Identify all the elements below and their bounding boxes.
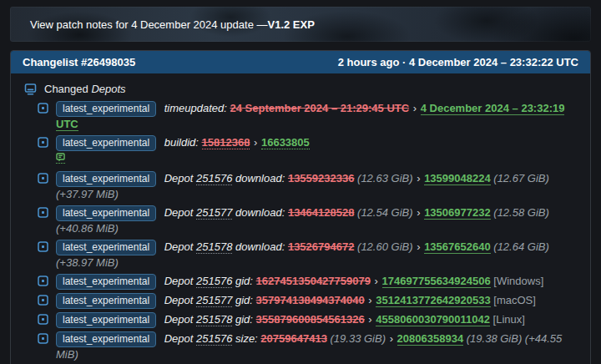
old-value: 355879600854561326 bbox=[256, 313, 365, 326]
banner-version: V1.2 EXP bbox=[268, 18, 315, 31]
old-value: 13526794672 bbox=[288, 240, 355, 253]
platform-tag: [Windows] bbox=[493, 275, 543, 287]
change-arrow: › bbox=[253, 136, 258, 149]
platform-tag: [Linux] bbox=[493, 313, 525, 326]
patch-notes-banner[interactable]: View patch notes for 4 December 2024 upd… bbox=[10, 7, 591, 42]
change-arrow: › bbox=[367, 313, 372, 326]
depot-bullet-icon bbox=[38, 276, 48, 286]
depot-change-row: latest_experimental Depot 251578 downloa… bbox=[38, 238, 578, 272]
depot-bullet-icon bbox=[38, 103, 48, 114]
new-value[interactable]: 20806358934 bbox=[397, 332, 464, 346]
changelist-timestamp: 2 hours ago · 4 December 2024 – 23:32:22… bbox=[338, 56, 578, 68]
depot-change-row: latest_experimental buildid: 15812368 › … bbox=[38, 134, 578, 169]
new-value[interactable]: 13599048224 bbox=[424, 172, 491, 185]
section-label: Changed Depots bbox=[44, 83, 126, 95]
depot-number-link[interactable]: 251577 bbox=[196, 294, 232, 307]
new-value[interactable]: 174697755634924506 bbox=[382, 275, 491, 288]
depot-bullet-icon bbox=[38, 137, 48, 148]
change-arrow: › bbox=[416, 172, 421, 185]
changelist-title: Changelist #26498035 bbox=[23, 56, 135, 68]
change-arrow: › bbox=[416, 206, 421, 219]
platform-tag: [macOS] bbox=[493, 294, 536, 306]
depot-bullet-icon bbox=[38, 314, 48, 325]
change-arrow: › bbox=[389, 332, 394, 345]
changed-rows: latest_experimental timeupdated: 24 Sept… bbox=[23, 99, 578, 364]
depot-change-row: latest_experimental Depot 251578 gid: 35… bbox=[38, 311, 578, 330]
old-size-note: (12.54 GiB) bbox=[357, 206, 412, 219]
old-value: 13559232336 bbox=[288, 172, 355, 185]
branch-badge[interactable]: latest_experimental bbox=[56, 312, 156, 328]
depot-number-link[interactable]: 251578 bbox=[196, 240, 232, 254]
change-arrow: › bbox=[367, 294, 372, 306]
depot-number-link[interactable]: 251576 bbox=[196, 275, 232, 288]
depot-number-link[interactable]: 251576 bbox=[196, 172, 232, 185]
depot-change-row: latest_experimental Depot 251576 downloa… bbox=[38, 169, 578, 204]
depot-number-link[interactable]: 251576 bbox=[196, 332, 232, 346]
old-value: 357974138494374040 bbox=[256, 294, 365, 306]
depot-change-row: latest_experimental Depot 251576 size: 2… bbox=[38, 330, 578, 364]
changelist-panel: Changelist #26498035 2 hours ago · 4 Dec… bbox=[10, 50, 591, 364]
changelist-header: Changelist #26498035 2 hours ago · 4 Dec… bbox=[11, 51, 590, 73]
new-value[interactable]: 4558060030790011042 bbox=[376, 313, 490, 326]
depot-bullet-icon bbox=[38, 333, 48, 344]
changed-depots-section: Changed Depots bbox=[23, 79, 578, 99]
depots-icon bbox=[24, 83, 37, 95]
branch-badge[interactable]: latest_experimental bbox=[56, 171, 156, 187]
depot-bullet-icon bbox=[38, 173, 48, 184]
patch-notes-link[interactable] bbox=[56, 153, 578, 168]
depot-bullet-icon bbox=[38, 207, 48, 218]
branch-badge[interactable]: latest_experimental bbox=[56, 274, 156, 290]
patch-notes-icon[interactable] bbox=[56, 153, 65, 164]
new-value[interactable]: 3512413772642920533 bbox=[376, 294, 490, 307]
depot-change-row: latest_experimental Depot 251577 gid: 35… bbox=[38, 291, 578, 311]
new-value[interactable]: 13506977232 bbox=[424, 206, 491, 220]
old-size-note: (19.33 GiB) bbox=[331, 332, 386, 345]
depot-change-row: latest_experimental Depot 251576 gid: 16… bbox=[38, 272, 578, 291]
old-size-note: (12.60 GiB) bbox=[357, 240, 412, 253]
branch-badge[interactable]: latest_experimental bbox=[56, 205, 156, 221]
depot-change-row: latest_experimental Depot 251577 downloa… bbox=[38, 204, 578, 238]
branch-badge[interactable]: latest_experimental bbox=[56, 293, 156, 309]
old-value: 13464128528 bbox=[288, 206, 355, 219]
new-value[interactable]: 13567652640 bbox=[424, 240, 491, 254]
depot-bullet-icon bbox=[38, 295, 48, 306]
branch-badge[interactable]: latest_experimental bbox=[56, 331, 156, 347]
depot-bullet-icon bbox=[38, 241, 48, 252]
banner-text: View patch notes for 4 December 2024 upd… bbox=[30, 18, 268, 31]
depot-number-link[interactable]: 251577 bbox=[196, 206, 232, 220]
branch-badge[interactable]: latest_experimental bbox=[56, 240, 156, 255]
change-arrow: › bbox=[412, 102, 417, 114]
depot-number-link[interactable]: 251578 bbox=[196, 313, 232, 326]
branch-badge[interactable]: latest_experimental bbox=[56, 101, 156, 117]
branch-badge[interactable]: latest_experimental bbox=[56, 135, 156, 151]
old-value: 24 September 2024 – 21:29:45 UTC bbox=[230, 102, 409, 114]
old-value: 1627451350427759079 bbox=[256, 275, 371, 287]
change-arrow: › bbox=[374, 275, 379, 287]
old-value: 20759647413 bbox=[260, 332, 327, 345]
change-arrow: › bbox=[416, 240, 421, 253]
old-size-note: (12.63 GiB) bbox=[357, 172, 412, 185]
depot-change-row: latest_experimental timeupdated: 24 Sept… bbox=[38, 99, 578, 134]
old-value: 15812368 bbox=[202, 136, 250, 149]
new-value[interactable]: 16633805 bbox=[261, 136, 310, 149]
